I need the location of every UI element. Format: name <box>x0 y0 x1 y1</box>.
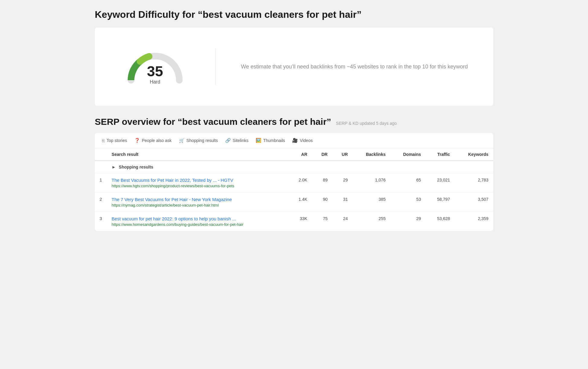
ur-2: 31 <box>332 193 353 212</box>
keywords-3: 2,359 <box>455 212 493 231</box>
badge-label-top-stories: Top stories <box>107 138 127 143</box>
table-row: 1 The Best Vacuums for Pet Hair in 2022,… <box>95 173 493 193</box>
kd-gauge-section: 35 Hard <box>113 49 216 85</box>
traffic-1: 23,021 <box>426 173 455 193</box>
domains-1: 65 <box>391 173 426 193</box>
videos-icon: 🎥 <box>292 138 298 143</box>
col-header-search-result: Search result <box>107 148 289 161</box>
expand-icon: ► <box>112 165 116 169</box>
badge-label-thumbnails: Thumbnails <box>263 138 285 143</box>
badge-videos[interactable]: 🎥 Videos <box>292 138 313 143</box>
result-link-2[interactable]: The 7 Very Best Vacuums for Pet Hair - N… <box>112 197 284 202</box>
serp-updated: SERP & KD updated 5 days ago <box>336 121 397 126</box>
badge-shopping-results[interactable]: 🛒 Shopping results <box>179 138 218 143</box>
backlinks-2: 385 <box>353 193 390 212</box>
row-number-3: 3 <box>95 212 107 231</box>
serp-card: ⎘ Top stories ❓ People also ask 🛒 Shoppi… <box>95 133 493 231</box>
badge-top-stories[interactable]: ⎘ Top stories <box>102 138 127 143</box>
gauge-container: 35 Hard <box>125 49 185 85</box>
ar-1: 2.0K <box>289 173 312 193</box>
traffic-2: 58,797 <box>426 193 455 212</box>
dr-1: 89 <box>312 173 332 193</box>
ur-1: 29 <box>332 173 353 193</box>
result-link-3[interactable]: Best vacuum for pet hair 2022: 9 options… <box>112 216 284 221</box>
table-row: 2 The 7 Very Best Vacuums for Pet Hair -… <box>95 193 493 212</box>
kd-score: 35 <box>147 64 163 79</box>
result-url-2: https://nymag.com/strategist/article/bes… <box>112 203 219 207</box>
feature-badges: ⎘ Top stories ❓ People also ask 🛒 Shoppi… <box>95 133 493 148</box>
badge-label-people-also-ask: People also ask <box>142 138 172 143</box>
row-number-1: 1 <box>95 173 107 193</box>
result-url-3: https://www.homesandgardens.com/buying-g… <box>112 222 243 227</box>
kd-description: We estimate that you’ll need backlinks f… <box>216 62 475 71</box>
col-header-ur: UR <box>332 148 353 161</box>
serp-header: SERP overview for “best vacuum cleaners … <box>95 117 493 127</box>
badge-people-also-ask[interactable]: ❓ People also ask <box>134 138 172 143</box>
backlinks-1: 1,076 <box>353 173 390 193</box>
shopping-row-label: ► Shopping results <box>107 161 493 173</box>
backlinks-3: 255 <box>353 212 390 231</box>
thumbnails-icon: 🖼️ <box>256 138 261 143</box>
domains-3: 29 <box>391 212 426 231</box>
shopping-results-row[interactable]: ► Shopping results <box>95 161 493 173</box>
traffic-3: 53,628 <box>426 212 455 231</box>
ar-3: 33K <box>289 212 312 231</box>
col-header-keywords: Keywords <box>455 148 493 161</box>
result-cell-3: Best vacuum for pet hair 2022: 9 options… <box>107 212 289 231</box>
result-cell-2: The 7 Very Best Vacuums for Pet Hair - N… <box>107 193 289 212</box>
keywords-1: 2,783 <box>455 173 493 193</box>
kd-label: Hard <box>147 79 163 85</box>
serp-title: SERP overview for “best vacuum cleaners … <box>95 117 331 127</box>
badge-label-sitelinks: Sitelinks <box>233 138 248 143</box>
badge-label-videos: Videos <box>300 138 313 143</box>
result-link-1[interactable]: The Best Vacuums for Pet Hair in 2022, T… <box>112 178 284 183</box>
col-header-backlinks: Backlinks <box>353 148 390 161</box>
sitelinks-icon: 🔗 <box>225 138 231 143</box>
dr-2: 90 <box>312 193 332 212</box>
shopping-row-text: Shopping results <box>119 165 153 169</box>
page-title: Keyword Difficulty for “best vacuum clea… <box>95 9 493 20</box>
top-stories-icon: ⎘ <box>102 138 105 143</box>
col-header-ar: AR <box>289 148 312 161</box>
table-row: 3 Best vacuum for pet hair 2022: 9 optio… <box>95 212 493 231</box>
badge-sitelinks[interactable]: 🔗 Sitelinks <box>225 138 248 143</box>
shopping-results-icon: 🛒 <box>179 138 185 143</box>
badge-thumbnails[interactable]: 🖼️ Thumbnails <box>256 138 285 143</box>
people-also-ask-icon: ❓ <box>134 138 140 143</box>
shopping-row-expand <box>95 161 107 173</box>
gauge-center: 35 Hard <box>147 64 163 85</box>
results-table: Search result AR DR UR Backlinks Domains… <box>95 148 493 231</box>
row-number-2: 2 <box>95 193 107 212</box>
col-header-traffic: Traffic <box>426 148 455 161</box>
keywords-2: 3,507 <box>455 193 493 212</box>
col-header-dr: DR <box>312 148 332 161</box>
ur-3: 24 <box>332 212 353 231</box>
col-header-domains: Domains <box>391 148 426 161</box>
kd-card: 35 Hard We estimate that you’ll need bac… <box>95 27 493 106</box>
col-header-num <box>95 148 107 161</box>
ar-2: 1.4K <box>289 193 312 212</box>
domains-2: 53 <box>391 193 426 212</box>
result-cell-1: The Best Vacuums for Pet Hair in 2022, T… <box>107 173 289 193</box>
badge-label-shopping-results: Shopping results <box>187 138 218 143</box>
dr-3: 75 <box>312 212 332 231</box>
result-url-1: https://www.hgtv.com/shopping/product-re… <box>112 184 235 188</box>
